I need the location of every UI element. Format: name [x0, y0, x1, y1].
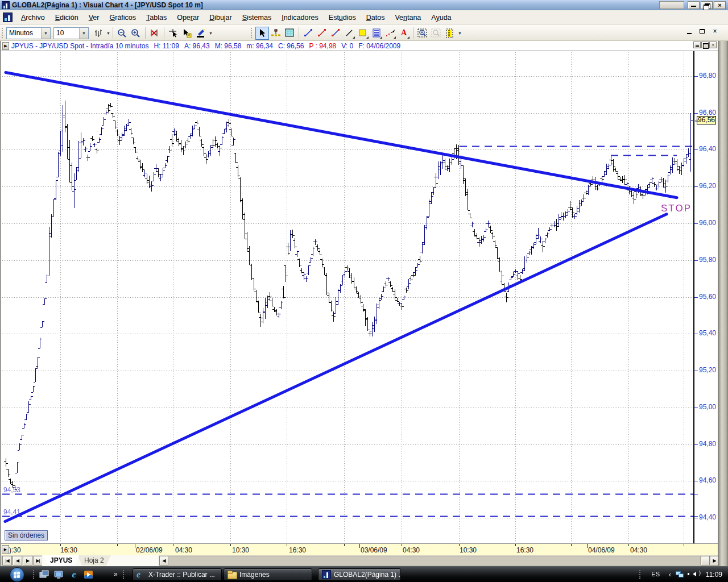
switch-windows-icon[interactable]	[39, 569, 50, 580]
menu-operar[interactable]: Operar	[172, 12, 204, 23]
close-button[interactable]: ×	[714, 1, 726, 9]
menu-ayuda[interactable]: Ayuda	[426, 12, 456, 23]
delete-bars-button[interactable]	[148, 27, 162, 40]
marker-pen-button[interactable]	[194, 27, 208, 40]
price-tick	[694, 408, 698, 408]
text-label-tool[interactable]: A	[397, 27, 411, 40]
quicklaunch-grip[interactable]	[33, 570, 35, 579]
menu-edición[interactable]: Edición	[50, 12, 84, 23]
zoom-region-button[interactable]	[416, 27, 429, 40]
interval-combobox[interactable]: 10 ▼	[53, 27, 89, 39]
zoom-region-disabled-button	[429, 27, 443, 40]
menu-ventana[interactable]: Ventana	[390, 12, 426, 23]
chart-close-button[interactable]: ×	[709, 41, 717, 48]
time-label: 16:30	[289, 546, 306, 554]
network-icon[interactable]	[676, 571, 685, 578]
period-dropdown-icon[interactable]: ▼	[41, 28, 50, 39]
tab-scroll-left-button[interactable]: ◀	[159, 556, 169, 566]
dotted-arrow-tool[interactable]	[383, 27, 397, 40]
menu-bar: ArchivoEdiciónVerGráficosTablasOperarDib…	[0, 10, 728, 25]
language-indicator[interactable]: ES	[651, 571, 660, 577]
toolbar-grip[interactable]	[2, 28, 5, 38]
trendline-blue-tool[interactable]	[301, 27, 315, 40]
menu-estudios[interactable]: Estudios	[324, 12, 361, 23]
text-note-tool[interactable]	[370, 27, 383, 40]
child-close-button[interactable]: ×	[711, 28, 719, 36]
horizontal-line-tool[interactable]	[269, 27, 283, 40]
interval-dropdown-icon[interactable]: ▼	[79, 28, 88, 39]
time-axis[interactable]: ▶ ):3016:3002/06/0904:3010:3016:3003/06/…	[0, 543, 718, 555]
taskbar: e » eX-Trader :: Publicar ...ImágenesGLO…	[0, 566, 728, 582]
menu-dibujar[interactable]: Dibujar	[204, 12, 237, 23]
period-combobox[interactable]: Minutos ▼	[6, 27, 51, 39]
start-button[interactable]	[10, 567, 24, 582]
minimize-button[interactable]	[688, 1, 700, 9]
zoom-out-button[interactable]	[115, 27, 129, 40]
price-tick	[694, 481, 698, 481]
time-axis-scroll-button[interactable]: ▶	[2, 545, 9, 554]
media-player-icon[interactable]	[83, 569, 94, 580]
sheet-tab-hoja-2[interactable]: Hoja 2	[77, 555, 111, 566]
task-button-3[interactable]: GLOBAL2(Página 1) ...	[318, 568, 401, 581]
time-label: 04:30	[175, 546, 192, 554]
menu-gráficos[interactable]: Gráficos	[104, 12, 141, 23]
menu-tablas[interactable]: Tablas	[141, 12, 172, 23]
menu-datos[interactable]: Datos	[361, 12, 390, 23]
crosshair-pointer-button[interactable]	[167, 27, 180, 40]
clock[interactable]: 11:09	[706, 571, 722, 579]
select-arrow-tool[interactable]	[255, 27, 269, 40]
rectangle-tool[interactable]	[283, 27, 296, 40]
chart-maximize-button[interactable]	[701, 41, 709, 48]
time-tick	[515, 544, 516, 546]
quicklaunch-overflow-chevron[interactable]: »	[114, 570, 118, 578]
trendline-red-tool[interactable]	[315, 27, 329, 40]
marker-dropdown-icon[interactable]: ▼	[209, 31, 213, 35]
vertical-ruler-button[interactable]	[443, 27, 457, 40]
prev-sheet-button[interactable]: ◀	[13, 556, 22, 566]
menu-indicadores[interactable]: Indicadores	[276, 12, 324, 23]
menu-ver[interactable]: Ver	[84, 12, 105, 23]
price-chart-canvas[interactable]	[1, 51, 694, 543]
internet-explorer-icon[interactable]: e	[68, 569, 80, 580]
zoom-in-button[interactable]	[129, 27, 143, 40]
price-label: 96,60	[699, 109, 716, 117]
stop-annotation[interactable]: STOP	[661, 203, 692, 214]
chart-window-icon[interactable]	[3, 13, 13, 22]
sheet-tab-jpyus[interactable]: JPYUS	[43, 555, 79, 566]
next-sheet-button[interactable]: ▶	[23, 556, 32, 566]
child-minimize-button[interactable]	[686, 28, 694, 36]
visual-chart-icon	[322, 570, 331, 579]
visual-chart-app: GLOBAL2(Página 1) : Visual Chart 4 - [JP…	[0, 0, 728, 582]
pointer-note-button[interactable]	[180, 27, 194, 40]
last-sheet-button[interactable]: ▶|	[33, 556, 43, 566]
chart-type-button[interactable]	[92, 27, 105, 40]
yellow-rect-tool[interactable]	[356, 27, 370, 40]
chart-type-dropdown-icon[interactable]: ▼	[106, 31, 110, 35]
taskband-grip[interactable]	[123, 570, 125, 579]
chart-plot-area[interactable]: STOP 94,5394,41 Sin órdenes	[0, 51, 693, 543]
pointer-note-icon	[182, 28, 192, 38]
time-label: 16:30	[60, 546, 77, 554]
task-button-1[interactable]: eX-Trader :: Publicar ...	[133, 568, 222, 581]
child-restore-button[interactable]	[698, 28, 706, 36]
toolbar-grip-2[interactable]	[251, 28, 254, 38]
trendline-black-tool[interactable]	[342, 27, 356, 40]
task-button-2[interactable]: Imágenes	[224, 568, 312, 581]
chart-header-expand-button[interactable]: ▶	[2, 42, 9, 50]
volume-icon[interactable]	[693, 572, 696, 576]
blank-button[interactable]	[659, 1, 684, 9]
first-sheet-button[interactable]: |◀	[2, 556, 12, 566]
time-tick	[628, 544, 629, 546]
menu-sistemas[interactable]: Sistemas	[237, 12, 276, 23]
tray-expand-chevron[interactable]: ‹	[669, 571, 671, 579]
restore-button[interactable]	[701, 1, 713, 9]
show-desktop-icon[interactable]	[53, 569, 65, 580]
horizontal-scrollbar-thumb[interactable]	[701, 556, 710, 566]
chart-minimize-button[interactable]	[693, 41, 701, 48]
menu-archivo[interactable]: Archivo	[16, 12, 50, 23]
horizontal-scrollbar-track[interactable]	[168, 556, 701, 566]
ruler-dropdown-icon[interactable]: ▼	[458, 31, 462, 35]
trendline-bicolor-tool[interactable]	[329, 27, 342, 40]
tray-grip[interactable]	[639, 570, 642, 579]
price-axis[interactable]: 96,8096,6096,4096,2096,0095,8095,6095,40…	[693, 51, 718, 543]
